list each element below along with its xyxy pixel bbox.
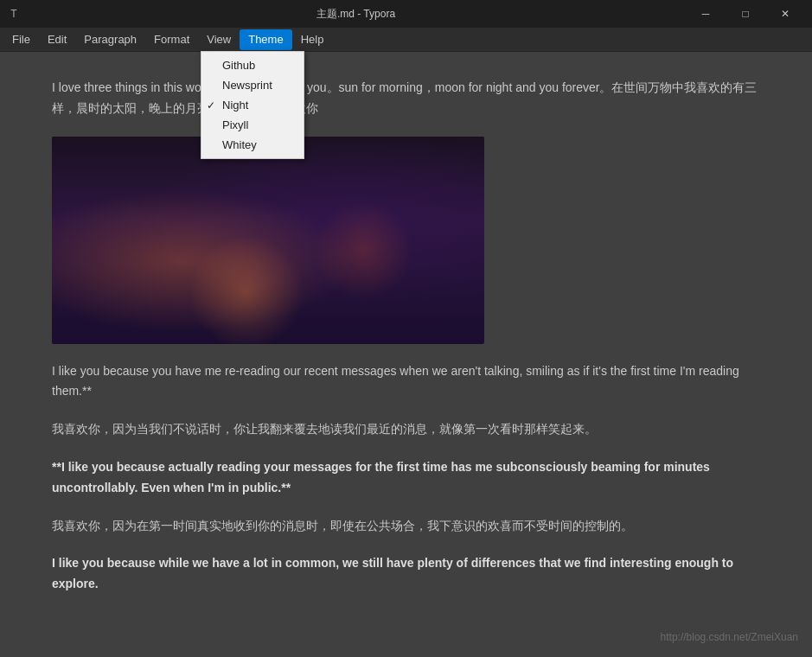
- close-button[interactable]: ✕: [765, 0, 805, 28]
- paragraph-5: 我喜欢你，因为在第一时间真实地收到你的消息时，即使在公共场合，我下意识的欢喜而不…: [52, 516, 760, 537]
- content-area: I love three things in this world. Sun, …: [0, 52, 812, 657]
- menu-edit[interactable]: Edit: [39, 29, 75, 50]
- watermark: http://blog.csdn.net/ZmeiXuan: [661, 631, 798, 643]
- maximize-button[interactable]: □: [726, 0, 765, 28]
- menu-format[interactable]: Format: [145, 29, 198, 50]
- menu-theme[interactable]: Theme: [240, 29, 291, 50]
- paragraph-2: I like you because you have me re-readin…: [52, 361, 760, 403]
- paragraph-3: 我喜欢你，因为当我们不说话时，你让我翻来覆去地读我们最近的消息，就像第一次看时那…: [52, 419, 760, 440]
- paragraph-4: **I like you because actually reading yo…: [52, 457, 760, 499]
- minimize-button[interactable]: ─: [686, 0, 726, 28]
- app-icon: T: [7, 7, 21, 21]
- theme-dropdown: Github Newsprint Night Pixyll Whitey: [201, 51, 304, 159]
- paragraph-1: I love three things in this world. Sun, …: [52, 78, 760, 119]
- menu-help[interactable]: Help: [292, 29, 333, 50]
- menu-view[interactable]: View: [198, 29, 240, 50]
- title-bar-controls: ─ □ ✕: [686, 0, 805, 28]
- menu-bar: File Edit Paragraph Format View Theme He…: [0, 28, 812, 52]
- title-bar: T 主题.md - Typora ─ □ ✕: [0, 0, 812, 28]
- theme-night[interactable]: Night: [201, 95, 304, 115]
- menu-file[interactable]: File: [3, 29, 39, 50]
- title-bar-text: 主题.md - Typora: [26, 7, 686, 22]
- theme-whitey[interactable]: Whitey: [201, 135, 304, 155]
- theme-pixyll[interactable]: Pixyll: [201, 115, 304, 135]
- article-image: [52, 137, 484, 344]
- theme-github[interactable]: Github: [201, 55, 304, 75]
- paragraph-6: I like you because while we have a lot i…: [52, 553, 760, 595]
- menu-paragraph[interactable]: Paragraph: [75, 29, 145, 50]
- theme-newsprint[interactable]: Newsprint: [201, 75, 304, 95]
